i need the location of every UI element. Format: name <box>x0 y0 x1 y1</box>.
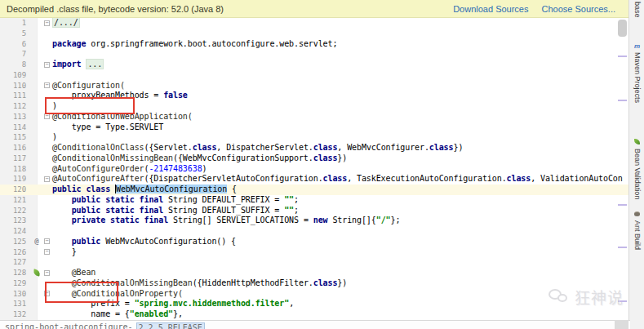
line-number: 6 <box>0 39 31 50</box>
code-text[interactable]: public WebMvcAutoConfiguration() { <box>52 237 236 247</box>
fold-marker-icon[interactable]: − <box>44 20 50 26</box>
line-number: 110 <box>0 81 31 91</box>
code-text[interactable]: @AutoConfigureOrder(-2147483638) <box>52 164 207 175</box>
code-token: }; <box>390 216 400 225</box>
status-strip: spring-boot-autoconfigure-2.2.5.RELEASE <box>0 320 630 329</box>
code-editor[interactable]: 1−/.../56package org.springframework.boo… <box>0 18 630 320</box>
code-token: "enabled" <box>130 309 173 318</box>
code-text[interactable]: @ConditionalOnMissingBean({WebMvcConfigu… <box>52 153 347 164</box>
fold-marker-icon[interactable]: − <box>44 62 50 68</box>
fold-marker-icon[interactable]: − <box>44 82 50 88</box>
choose-sources-link[interactable]: Choose Sources... <box>542 4 616 14</box>
code-text[interactable]: } <box>52 247 77 258</box>
error-stripe-mark <box>618 204 627 206</box>
fold-column <box>42 185 52 195</box>
code-line-114[interactable]: 114 type = Type.SERVLET <box>0 122 630 133</box>
line-number: 128 <box>0 268 31 278</box>
code-text[interactable]: public static final String DEFAULT_PREFI… <box>52 195 299 206</box>
fold-marker-icon[interactable]: − <box>44 270 50 276</box>
code-line-118[interactable]: 118@AutoConfigureOrder(-2147483638) <box>0 164 630 175</box>
code-line-122[interactable]: 122 public static final String DEFAULT_S… <box>0 206 630 216</box>
code-text[interactable]: @ConditionalOnClass({Servlet.class, Disp… <box>52 143 463 153</box>
code-line-8[interactable]: 8−import ... <box>0 60 630 70</box>
scrollbar-thumb[interactable] <box>618 20 627 37</box>
code-line-110[interactable]: 110−@Configuration( <box>0 81 630 91</box>
code-line-1[interactable]: 1−/.../ <box>0 18 630 29</box>
code-line-6[interactable]: 6package org.springframework.boot.autoco… <box>0 39 630 50</box>
code-line-120[interactable]: 120public class WebMvcAutoConfiguration … <box>0 185 630 195</box>
code-text[interactable]: public class WebMvcAutoConfiguration { <box>52 185 237 195</box>
tool-tab-maven-projects[interactable]: mMaven Projects <box>629 42 644 103</box>
code-token: @ConditionalOnClass <box>52 143 144 152</box>
line-number: 130 <box>0 289 31 300</box>
code-line-116[interactable]: 116@ConditionalOnClass({Servlet.class, D… <box>0 143 630 153</box>
code-line-125[interactable]: 125@− public WebMvcAutoConfiguration() { <box>0 237 630 247</box>
gutter-icon-empty <box>31 309 42 320</box>
code-text[interactable]: private static final String[] SERVLET_LO… <box>52 216 400 226</box>
fold-column <box>42 29 52 39</box>
fold-marker-icon[interactable]: − <box>44 238 50 244</box>
tool-tab-label: Maven Projects <box>633 52 642 103</box>
code-line-128[interactable]: 128− @Bean <box>0 268 630 278</box>
code-line-115[interactable]: 115) <box>0 132 630 143</box>
code-token: ({HiddenHttpMethodFilter. <box>193 278 313 287</box>
code-line-117[interactable]: 117@ConditionalOnMissingBean({WebMvcConf… <box>0 153 630 164</box>
gutter-icon-empty <box>31 143 42 153</box>
code-line-119[interactable]: 119−@AutoConfigureAfter({DispatcherServl… <box>0 174 630 185</box>
code-text[interactable]: @Configuration( <box>52 81 125 91</box>
gutter-icon-empty <box>31 132 42 143</box>
code-token: -2147483638 <box>149 164 202 173</box>
code-token: @ConditionalOnMissingBean <box>52 153 173 162</box>
fold-marker-icon[interactable]: − <box>44 113 50 119</box>
code-text[interactable]: type = Type.SERVLET <box>52 122 163 133</box>
code-token: { <box>227 185 237 193</box>
red-annotation-box-configuration <box>45 97 135 114</box>
breadcrumb[interactable]: spring-boot-autoconfigure-2.2.5.RELEASE <box>5 321 630 329</box>
gutter-icon-empty <box>31 70 42 81</box>
code-text[interactable]: name = {"enabled"}, <box>52 309 183 320</box>
line-number: 118 <box>0 164 31 175</box>
error-stripe-mark <box>618 100 627 101</box>
code-line-132[interactable]: 132 name = {"enabled"}, <box>0 309 630 320</box>
code-text[interactable]: import ... <box>52 60 104 70</box>
gutter-annotation-icon[interactable]: @ <box>31 237 42 247</box>
code-text[interactable]: package org.springframework.boot.autocon… <box>52 39 337 50</box>
code-line-109[interactable]: 109 <box>0 70 630 81</box>
download-sources-link[interactable]: Download Sources <box>453 4 528 14</box>
code-line-127[interactable]: 127 <box>0 257 630 268</box>
line-number: 129 <box>0 278 31 289</box>
code-token: , TaskExecutionAutoConfiguration. <box>347 174 506 183</box>
gutter-icon-empty <box>31 29 42 39</box>
code-line-126[interactable]: 126− } <box>0 247 630 258</box>
line-number: 123 <box>0 216 31 226</box>
gutter-spring-bean-icon[interactable] <box>31 268 42 278</box>
code-token: class <box>313 278 338 287</box>
tool-tab-bean-validation[interactable]: Bean Validation <box>629 139 644 199</box>
code-token: "" <box>284 206 294 215</box>
code-token: , ValidationAutoCon <box>531 174 623 183</box>
tool-tab-ant-build[interactable]: Ant Build <box>629 211 644 250</box>
code-line-124[interactable]: 124 <box>0 226 630 237</box>
code-text[interactable]: ) <box>52 132 57 143</box>
fold-marker-icon[interactable]: − <box>44 249 50 255</box>
code-line-121[interactable]: 121 public static final String DEFAULT_P… <box>0 195 630 206</box>
fold-marker-icon[interactable]: − <box>44 176 50 182</box>
code-text[interactable]: public static final String DEFAULT_SUFFI… <box>52 206 299 216</box>
scrollbar-corner <box>615 320 628 329</box>
code-line-5[interactable]: 5 <box>0 29 630 39</box>
bean-validation-icon <box>634 139 640 146</box>
gutter-icon-empty <box>31 216 42 226</box>
line-number: 115 <box>0 132 31 143</box>
line-number: 124 <box>0 226 31 237</box>
code-token: String DEFAULT_SUFFIX = <box>168 206 284 215</box>
code-token: "spring.mvc.hiddenmethod.filter" <box>135 299 289 308</box>
gutter-icon-empty <box>31 101 42 112</box>
vertical-scrollbar[interactable] <box>615 18 628 320</box>
code-token: , <box>289 299 294 308</box>
code-text[interactable]: @Bean <box>52 268 95 278</box>
tool-tab-base[interactable]: base <box>629 2 644 18</box>
code-text[interactable]: /.../ <box>52 18 80 29</box>
fold-column <box>42 257 52 268</box>
code-text[interactable]: @AutoConfigureAfter({DispatcherServletAu… <box>52 174 623 185</box>
code-line-123[interactable]: 123 private static final String[] SERVLE… <box>0 216 630 226</box>
